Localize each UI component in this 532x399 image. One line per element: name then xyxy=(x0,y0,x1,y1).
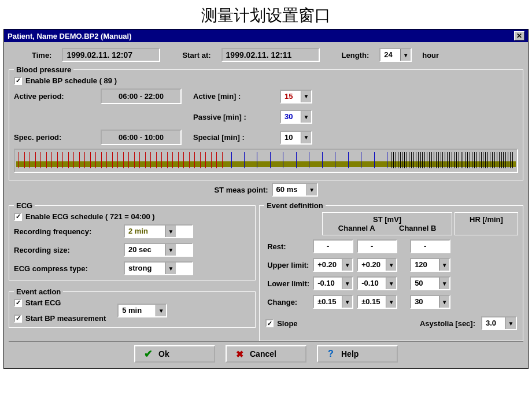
enable-ecg-label: Enable ECG schedule ( 721 = 04:00 ) xyxy=(25,212,155,221)
checkbox-icon: ✓ xyxy=(265,319,274,327)
upper-hr-select[interactable]: 120▼ xyxy=(410,258,450,272)
special-min-value: 10 xyxy=(281,132,301,143)
length-label: Length: xyxy=(342,51,370,60)
chevron-down-icon[interactable]: ▼ xyxy=(165,263,176,274)
chevron-down-icon[interactable]: ▼ xyxy=(342,278,352,289)
change-ch-b-select[interactable]: ±0.15▼ xyxy=(357,295,397,309)
event-action-legend: Event action xyxy=(14,287,63,296)
event-def-legend: Event definition xyxy=(264,201,326,210)
start-at-input[interactable]: 1999.02.11. 12:11 xyxy=(221,48,320,62)
channel-b-label: Channel B xyxy=(399,224,436,232)
chevron-down-icon[interactable]: ▼ xyxy=(439,278,449,289)
event-def-row-change: Change: ±0.15▼ ±0.15▼ 30▼ xyxy=(267,294,451,309)
chevron-down-icon[interactable]: ▼ xyxy=(165,226,176,237)
rest-ch-a-input[interactable]: - xyxy=(313,239,353,253)
start-ecg-label: Start ECG xyxy=(25,298,61,307)
start-bp-label: Start BP measurement xyxy=(25,314,106,323)
chevron-down-icon[interactable]: ▼ xyxy=(439,296,449,308)
rec-size-label: Recording size: xyxy=(14,246,124,254)
st-header: ST [mV] xyxy=(326,215,448,224)
question-icon: ? xyxy=(326,349,335,359)
active-min-label: Active [min] : xyxy=(193,92,280,101)
rec-size-select[interactable]: 20 sec ▼ xyxy=(124,243,193,257)
chevron-down-icon[interactable]: ▼ xyxy=(386,296,396,308)
enable-bp-label: Enable BP schedule ( 89 ) xyxy=(25,76,117,85)
schedule-timeline xyxy=(14,149,518,173)
chevron-down-icon[interactable]: ▼ xyxy=(165,244,176,256)
upper-ch-b-select[interactable]: +0.20▼ xyxy=(357,258,397,272)
rec-freq-value: 2 min xyxy=(125,226,165,237)
bp-legend: Blood pressure xyxy=(14,65,73,74)
chevron-down-icon[interactable]: ▼ xyxy=(342,296,352,308)
ok-button[interactable]: ✔ Ok xyxy=(134,345,215,363)
st-meas-label: ST meas point: xyxy=(214,186,268,194)
blood-pressure-group: Blood pressure ✓ Enable BP schedule ( 89… xyxy=(9,65,523,180)
asystolia-value: 3.0 xyxy=(482,317,505,329)
ecg-legend: ECG xyxy=(14,201,35,210)
chevron-down-icon[interactable]: ▼ xyxy=(400,49,411,61)
ecg-group: ECG ✓ Enable ECG schedule ( 721 = 04:00 … xyxy=(9,201,256,280)
page-title: 测量计划设置窗口 xyxy=(0,0,532,29)
event-action-duration-select[interactable]: 5 min ▼ xyxy=(117,304,167,317)
close-button[interactable]: ✕ xyxy=(514,31,524,40)
rest-ch-b-input[interactable]: - xyxy=(357,239,397,253)
chevron-down-icon[interactable]: ▼ xyxy=(342,259,352,271)
passive-min-select[interactable]: 30 ▼ xyxy=(280,110,312,124)
change-ch-a-select[interactable]: ±0.15▼ xyxy=(313,295,353,309)
compress-value: strong xyxy=(125,263,165,274)
checkbox-icon: ✓ xyxy=(14,299,22,307)
lower-hr-select[interactable]: 50▼ xyxy=(410,276,450,290)
rec-size-value: 20 sec xyxy=(125,244,165,256)
chevron-down-icon[interactable]: ▼ xyxy=(386,278,396,289)
compress-select[interactable]: strong ▼ xyxy=(124,261,193,275)
window-title: Patient, Name DEMO.BP2 (Manual) xyxy=(8,32,132,40)
slope-label: Slope xyxy=(277,319,297,328)
chevron-down-icon[interactable]: ▼ xyxy=(301,91,311,102)
st-meas-select[interactable]: 60 ms ▼ xyxy=(272,183,318,197)
compress-label: ECG compress type: xyxy=(14,264,124,273)
chevron-down-icon[interactable]: ▼ xyxy=(301,111,311,123)
close-icon: ✕ xyxy=(516,32,522,40)
chevron-down-icon[interactable]: ▼ xyxy=(306,184,317,195)
channel-a-label: Channel A xyxy=(338,224,375,232)
dialog-window: Patient, Name DEMO.BP2 (Manual) ✕ Time: … xyxy=(3,29,529,369)
active-min-select[interactable]: 15 ▼ xyxy=(280,90,312,104)
cross-icon: ✖ xyxy=(235,349,244,360)
chevron-down-icon[interactable]: ▼ xyxy=(301,132,311,143)
chevron-down-icon[interactable]: ▼ xyxy=(386,259,396,271)
start-ecg-checkbox[interactable]: ✓ Start ECG xyxy=(14,298,106,307)
special-min-label: Special [min] : xyxy=(193,133,280,142)
start-bp-checkbox[interactable]: ✓ Start BP measurement xyxy=(14,314,106,323)
help-button[interactable]: ? Help xyxy=(317,345,398,363)
change-label: Change: xyxy=(267,294,310,309)
active-period-input[interactable]: 06:00 - 22:00 xyxy=(101,88,182,104)
rest-hr-input[interactable]: - xyxy=(410,239,450,253)
asystolia-select[interactable]: 3.0 ▼ xyxy=(481,316,517,330)
cancel-button[interactable]: ✖ Cancel xyxy=(226,345,306,363)
event-def-row-upper: Upper limit: +0.20▼ +0.20▼ 120▼ xyxy=(267,257,451,272)
spec-period-input[interactable]: 06:00 - 10:00 xyxy=(101,130,182,145)
active-period-label: Active period: xyxy=(14,92,101,101)
event-action-group: Event action ✓ Start ECG ✓ Start BP meas… xyxy=(9,287,256,328)
chevron-down-icon[interactable]: ▼ xyxy=(156,305,166,316)
checkbox-icon: ✓ xyxy=(14,315,22,323)
upper-ch-a-select[interactable]: +0.20▼ xyxy=(313,258,353,272)
event-def-row-lower: Lower limit: -0.10▼ -0.10▼ 50▼ xyxy=(267,276,451,291)
length-select[interactable]: 24 ▼ xyxy=(379,48,412,62)
upper-label: Upper limit: xyxy=(267,257,310,272)
cancel-label: Cancel xyxy=(250,349,276,359)
chevron-down-icon[interactable]: ▼ xyxy=(439,259,449,271)
spec-period-label: Spec. period: xyxy=(14,133,101,142)
chevron-down-icon[interactable]: ▼ xyxy=(505,317,516,329)
lower-ch-b-select[interactable]: -0.10▼ xyxy=(357,276,397,290)
slope-checkbox[interactable]: ✓ Slope xyxy=(265,319,297,328)
change-hr-select[interactable]: 30▼ xyxy=(410,295,450,309)
start-at-label: Start at: xyxy=(182,51,210,60)
title-bar: Patient, Name DEMO.BP2 (Manual) ✕ xyxy=(4,29,528,42)
lower-ch-a-select[interactable]: -0.10▼ xyxy=(313,276,353,290)
rec-freq-select[interactable]: 2 min ▼ xyxy=(124,224,193,238)
special-min-select[interactable]: 10 ▼ xyxy=(280,131,312,145)
enable-ecg-checkbox[interactable]: ✓ Enable ECG schedule ( 721 = 04:00 ) xyxy=(14,212,250,221)
time-value: 1999.02.11. 12:07 xyxy=(62,48,160,62)
enable-bp-checkbox[interactable]: ✓ Enable BP schedule ( 89 ) xyxy=(14,76,518,85)
